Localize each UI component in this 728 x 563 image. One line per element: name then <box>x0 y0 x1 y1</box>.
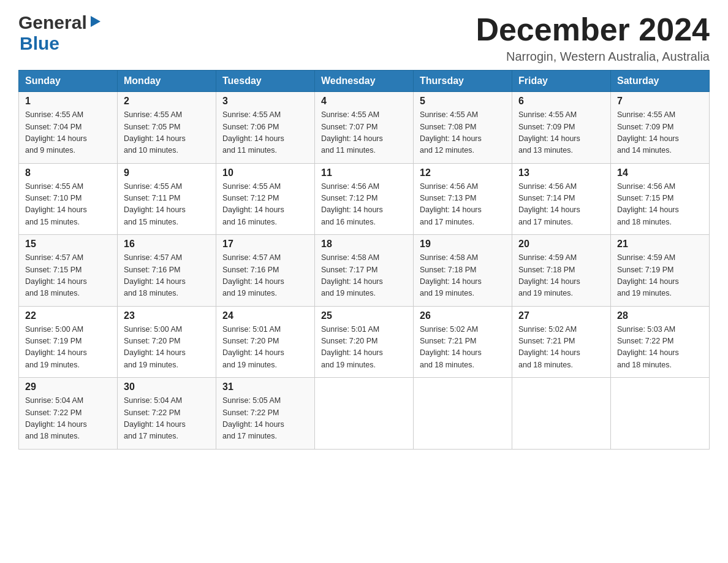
day-number: 14 <box>617 167 703 178</box>
day-number: 17 <box>222 239 308 250</box>
calendar-week-1: 1Sunrise: 4:55 AMSunset: 7:04 PMDaylight… <box>19 92 710 164</box>
calendar-day-22: 22Sunrise: 5:00 AMSunset: 7:19 PMDayligh… <box>19 306 118 378</box>
col-monday: Monday <box>118 71 216 92</box>
page-header: General Blue December 2024 Narrogin, Wes… <box>18 12 710 64</box>
calendar-week-2: 8Sunrise: 4:55 AMSunset: 7:10 PMDaylight… <box>19 163 710 235</box>
day-info: Sunrise: 4:57 AMSunset: 7:16 PMDaylight:… <box>222 252 308 300</box>
col-wednesday: Wednesday <box>315 71 414 92</box>
day-number: 19 <box>420 239 506 250</box>
col-thursday: Thursday <box>414 71 512 92</box>
calendar-day-18: 18Sunrise: 4:58 AMSunset: 7:17 PMDayligh… <box>315 235 414 307</box>
day-info: Sunrise: 4:57 AMSunset: 7:16 PMDaylight:… <box>124 252 210 300</box>
calendar-week-5: 29Sunrise: 5:04 AMSunset: 7:22 PMDayligh… <box>19 378 710 450</box>
day-info: Sunrise: 4:58 AMSunset: 7:18 PMDaylight:… <box>420 252 506 300</box>
day-info: Sunrise: 4:55 AMSunset: 7:07 PMDaylight:… <box>321 109 407 157</box>
day-info: Sunrise: 4:55 AMSunset: 7:11 PMDaylight:… <box>124 181 210 229</box>
day-number: 26 <box>420 310 506 321</box>
day-info: Sunrise: 4:56 AMSunset: 7:15 PMDaylight:… <box>617 181 703 229</box>
calendar-day-31: 31Sunrise: 5:05 AMSunset: 7:22 PMDayligh… <box>216 378 315 450</box>
day-info: Sunrise: 4:56 AMSunset: 7:14 PMDaylight:… <box>518 181 604 229</box>
day-info: Sunrise: 4:55 AMSunset: 7:05 PMDaylight:… <box>124 109 210 157</box>
title-block: December 2024 Narrogin, Western Australi… <box>476 12 710 64</box>
day-info: Sunrise: 4:56 AMSunset: 7:12 PMDaylight:… <box>321 181 407 229</box>
calendar-day-9: 9Sunrise: 4:55 AMSunset: 7:11 PMDaylight… <box>118 163 216 235</box>
logo-blue-text: Blue <box>20 33 59 53</box>
day-info: Sunrise: 4:55 AMSunset: 7:10 PMDaylight:… <box>25 181 111 229</box>
calendar-header-row: Sunday Monday Tuesday Wednesday Thursday… <box>19 71 710 92</box>
calendar-day-11: 11Sunrise: 4:56 AMSunset: 7:12 PMDayligh… <box>315 163 414 235</box>
calendar-day-10: 10Sunrise: 4:55 AMSunset: 7:12 PMDayligh… <box>216 163 315 235</box>
day-info: Sunrise: 4:55 AMSunset: 7:04 PMDaylight:… <box>25 109 111 157</box>
calendar-day-4: 4Sunrise: 4:55 AMSunset: 7:07 PMDaylight… <box>315 92 414 164</box>
col-saturday: Saturday <box>611 71 710 92</box>
calendar-day-2: 2Sunrise: 4:55 AMSunset: 7:05 PMDaylight… <box>118 92 216 164</box>
day-number: 3 <box>222 96 308 107</box>
empty-cell <box>611 378 710 450</box>
logo: General Blue <box>18 12 102 54</box>
day-info: Sunrise: 5:02 AMSunset: 7:21 PMDaylight:… <box>518 324 604 372</box>
svg-marker-0 <box>91 16 100 27</box>
day-info: Sunrise: 5:04 AMSunset: 7:22 PMDaylight:… <box>124 395 210 443</box>
day-number: 29 <box>25 381 111 393</box>
calendar-day-23: 23Sunrise: 5:00 AMSunset: 7:20 PMDayligh… <box>118 306 216 378</box>
day-info: Sunrise: 4:58 AMSunset: 7:17 PMDaylight:… <box>321 252 407 300</box>
calendar-day-30: 30Sunrise: 5:04 AMSunset: 7:22 PMDayligh… <box>118 378 216 450</box>
calendar-day-16: 16Sunrise: 4:57 AMSunset: 7:16 PMDayligh… <box>118 235 216 307</box>
calendar-day-20: 20Sunrise: 4:59 AMSunset: 7:18 PMDayligh… <box>512 235 611 307</box>
day-info: Sunrise: 5:04 AMSunset: 7:22 PMDaylight:… <box>25 395 111 443</box>
calendar-week-4: 22Sunrise: 5:00 AMSunset: 7:19 PMDayligh… <box>19 306 710 378</box>
day-info: Sunrise: 5:05 AMSunset: 7:22 PMDaylight:… <box>222 395 308 443</box>
calendar-day-8: 8Sunrise: 4:55 AMSunset: 7:10 PMDaylight… <box>19 163 118 235</box>
day-number: 22 <box>25 310 111 321</box>
day-number: 12 <box>420 167 506 178</box>
day-number: 30 <box>124 381 210 393</box>
day-number: 5 <box>420 96 506 107</box>
calendar-day-14: 14Sunrise: 4:56 AMSunset: 7:15 PMDayligh… <box>611 163 710 235</box>
day-info: Sunrise: 5:01 AMSunset: 7:20 PMDaylight:… <box>222 324 308 372</box>
calendar-table: Sunday Monday Tuesday Wednesday Thursday… <box>18 70 710 450</box>
day-info: Sunrise: 4:59 AMSunset: 7:19 PMDaylight:… <box>617 252 703 300</box>
calendar-day-6: 6Sunrise: 4:55 AMSunset: 7:09 PMDaylight… <box>512 92 611 164</box>
col-tuesday: Tuesday <box>216 71 315 92</box>
calendar-day-1: 1Sunrise: 4:55 AMSunset: 7:04 PMDaylight… <box>19 92 118 164</box>
day-number: 4 <box>321 96 407 107</box>
day-info: Sunrise: 4:55 AMSunset: 7:12 PMDaylight:… <box>222 181 308 229</box>
empty-cell <box>512 378 611 450</box>
day-info: Sunrise: 4:59 AMSunset: 7:18 PMDaylight:… <box>518 252 604 300</box>
day-info: Sunrise: 4:57 AMSunset: 7:15 PMDaylight:… <box>25 252 111 300</box>
day-number: 18 <box>321 239 407 250</box>
calendar-day-7: 7Sunrise: 4:55 AMSunset: 7:09 PMDaylight… <box>611 92 710 164</box>
calendar-day-27: 27Sunrise: 5:02 AMSunset: 7:21 PMDayligh… <box>512 306 611 378</box>
col-friday: Friday <box>512 71 611 92</box>
day-number: 31 <box>222 381 308 393</box>
calendar-day-24: 24Sunrise: 5:01 AMSunset: 7:20 PMDayligh… <box>216 306 315 378</box>
day-number: 11 <box>321 167 407 178</box>
calendar-day-3: 3Sunrise: 4:55 AMSunset: 7:06 PMDaylight… <box>216 92 315 164</box>
day-number: 6 <box>518 96 604 107</box>
day-number: 15 <box>25 239 111 250</box>
day-number: 8 <box>25 167 111 178</box>
day-info: Sunrise: 5:02 AMSunset: 7:21 PMDaylight:… <box>420 324 506 372</box>
calendar-day-28: 28Sunrise: 5:03 AMSunset: 7:22 PMDayligh… <box>611 306 710 378</box>
day-number: 2 <box>124 96 210 107</box>
calendar-day-12: 12Sunrise: 4:56 AMSunset: 7:13 PMDayligh… <box>414 163 512 235</box>
day-number: 9 <box>124 167 210 178</box>
calendar-day-15: 15Sunrise: 4:57 AMSunset: 7:15 PMDayligh… <box>19 235 118 307</box>
day-info: Sunrise: 4:55 AMSunset: 7:08 PMDaylight:… <box>420 109 506 157</box>
calendar-day-26: 26Sunrise: 5:02 AMSunset: 7:21 PMDayligh… <box>414 306 512 378</box>
day-number: 23 <box>124 310 210 321</box>
day-info: Sunrise: 4:56 AMSunset: 7:13 PMDaylight:… <box>420 181 506 229</box>
day-info: Sunrise: 5:03 AMSunset: 7:22 PMDaylight:… <box>617 324 703 372</box>
day-number: 21 <box>617 239 703 250</box>
logo-general-text: General <box>18 12 87 33</box>
col-sunday: Sunday <box>19 71 118 92</box>
day-number: 25 <box>321 310 407 321</box>
calendar-day-17: 17Sunrise: 4:57 AMSunset: 7:16 PMDayligh… <box>216 235 315 307</box>
calendar-day-21: 21Sunrise: 4:59 AMSunset: 7:19 PMDayligh… <box>611 235 710 307</box>
day-info: Sunrise: 4:55 AMSunset: 7:09 PMDaylight:… <box>518 109 604 157</box>
day-number: 20 <box>518 239 604 250</box>
calendar-day-13: 13Sunrise: 4:56 AMSunset: 7:14 PMDayligh… <box>512 163 611 235</box>
day-number: 28 <box>617 310 703 321</box>
empty-cell <box>414 378 512 450</box>
day-number: 1 <box>25 96 111 107</box>
